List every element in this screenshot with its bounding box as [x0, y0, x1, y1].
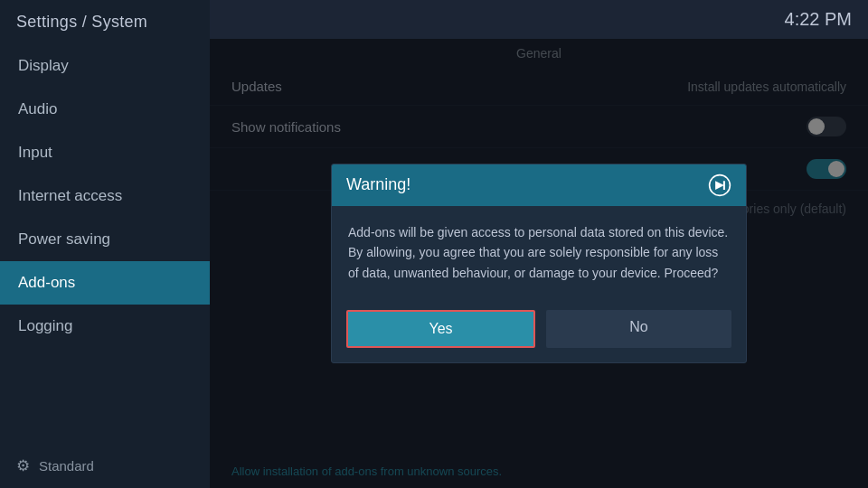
sidebar-item-add-ons[interactable]: Add-ons	[0, 261, 210, 305]
sidebar-item-display[interactable]: Display	[0, 44, 210, 88]
modal-buttons: Yes No	[332, 299, 746, 362]
modal-header: Warning!	[332, 164, 746, 206]
gear-icon: ⚙	[16, 456, 30, 475]
warning-modal: Warning! Add-ons will be given access to…	[331, 164, 747, 363]
sidebar-item-internet-access[interactable]: Internet access	[0, 174, 210, 218]
clock: 4:22 PM	[785, 9, 852, 30]
sidebar-footer: ⚙ Standard	[0, 444, 210, 488]
sidebar-item-power-saving[interactable]: Power saving	[0, 218, 210, 261]
svg-marker-1	[715, 181, 724, 190]
page-title: Settings / System	[0, 0, 210, 44]
sidebar-nav: Display Audio Input Internet access Powe…	[0, 44, 210, 444]
settings-content: General Updates Install updates automati…	[210, 39, 868, 488]
topbar: 4:22 PM	[210, 0, 868, 39]
sidebar-item-logging[interactable]: Logging	[0, 305, 210, 348]
main-content: 4:22 PM General Updates Install updates …	[210, 0, 868, 488]
kodi-logo-icon[interactable]	[708, 174, 731, 197]
sidebar-item-label: Internet access	[18, 187, 122, 205]
sidebar-item-label: Input	[18, 144, 52, 162]
sidebar-item-label: Display	[18, 57, 69, 75]
sidebar: Settings / System Display Audio Input In…	[0, 0, 210, 488]
sidebar-item-input[interactable]: Input	[0, 131, 210, 174]
no-button[interactable]: No	[546, 310, 731, 348]
yes-button[interactable]: Yes	[346, 310, 535, 348]
modal-body: Add-ons will be given access to personal…	[332, 206, 746, 299]
sidebar-item-label: Add-ons	[18, 274, 75, 292]
sidebar-item-label: Power saving	[18, 230, 110, 249]
profile-label: Standard	[39, 458, 94, 474]
sidebar-item-audio[interactable]: Audio	[0, 88, 210, 131]
sidebar-item-label: Audio	[18, 100, 57, 118]
modal-title: Warning!	[346, 175, 410, 194]
sidebar-item-label: Logging	[18, 317, 73, 335]
modal-overlay: Warning! Add-ons will be given access to…	[210, 39, 868, 488]
